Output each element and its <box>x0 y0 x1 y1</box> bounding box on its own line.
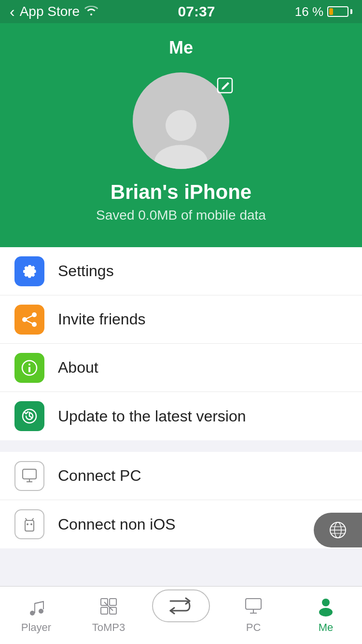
edit-icon[interactable] <box>217 77 234 97</box>
svg-line-30 <box>104 602 113 611</box>
about-label: About <box>58 359 98 377</box>
back-label[interactable]: App Store <box>20 4 80 19</box>
back-chevron[interactable]: ‹ <box>10 3 15 21</box>
player-tab-label: Player <box>21 621 51 634</box>
me-tab-label: Me <box>319 621 334 634</box>
status-time: 07:37 <box>178 3 215 20</box>
status-right: 16 % <box>295 4 352 19</box>
settings-label: Settings <box>58 262 114 280</box>
invite-icon-box <box>14 305 44 335</box>
svg-point-9 <box>28 364 30 365</box>
profile-header: Me Brian's iPhone Saved 0.0MB of mobile … <box>0 23 362 247</box>
update-menu-item[interactable]: Update to the latest version <box>0 392 362 440</box>
svg-rect-12 <box>23 469 36 479</box>
menu-group-1: Settings Invite friends About <box>0 247 362 440</box>
music-icon <box>26 596 47 617</box>
svg-line-25 <box>35 602 43 603</box>
svg-rect-27 <box>110 599 116 605</box>
tab-bar: Player ToMP3 <box>0 586 362 644</box>
wifi-icon <box>84 5 98 18</box>
battery-icon <box>327 6 352 17</box>
connect-pc-label: Connect PC <box>58 467 141 485</box>
svg-rect-28 <box>101 607 108 614</box>
shuffle-icon <box>168 597 194 615</box>
status-left: ‹ App Store <box>10 3 98 21</box>
pc-tab-label: PC <box>246 621 261 634</box>
about-icon-box <box>14 353 44 383</box>
tab-player[interactable]: Player <box>0 594 72 634</box>
connect-pc-menu-item[interactable]: Connect PC <box>0 452 362 500</box>
svg-point-23 <box>30 611 35 616</box>
tab-tomp3[interactable]: ToMP3 <box>72 594 145 634</box>
connect-non-ios-menu-item[interactable]: Connect non iOS <box>0 500 362 548</box>
invite-label: Invite friends <box>58 310 145 328</box>
avatar <box>133 72 229 169</box>
gear-icon <box>21 263 38 280</box>
about-menu-item[interactable]: About <box>0 344 362 392</box>
svg-point-1 <box>154 145 208 169</box>
tab-convert[interactable] <box>145 594 217 622</box>
page-title: Me <box>169 38 193 58</box>
svg-line-6 <box>25 315 34 320</box>
svg-point-34 <box>322 599 330 606</box>
info-icon <box>21 359 38 377</box>
svg-point-35 <box>319 608 333 616</box>
tab-pc[interactable]: PC <box>217 594 290 634</box>
pc-icon <box>243 596 264 617</box>
svg-point-24 <box>39 609 43 614</box>
tab-me[interactable]: Me <box>290 594 362 634</box>
share-icon <box>21 311 38 328</box>
status-bar: ‹ App Store 07:37 16 % <box>0 0 362 23</box>
svg-point-16 <box>27 523 28 525</box>
svg-point-17 <box>30 523 32 525</box>
svg-rect-15 <box>25 520 34 531</box>
svg-point-0 <box>166 110 196 141</box>
avatar-wrapper[interactable] <box>133 72 229 169</box>
connect-pc-icon-box <box>14 461 44 491</box>
saved-data: Saved 0.0MB of mobile data <box>96 208 266 223</box>
globe-icon <box>328 520 348 540</box>
avatar-silhouette <box>152 106 210 169</box>
svg-rect-10 <box>28 367 30 372</box>
connect-non-ios-label: Connect non iOS <box>58 516 176 533</box>
tomp3-tab-label: ToMP3 <box>92 621 125 634</box>
svg-line-7 <box>25 320 34 324</box>
settings-menu-item[interactable]: Settings <box>0 247 362 295</box>
floating-globe-button[interactable] <box>314 513 362 547</box>
tomp3-icon <box>98 596 119 617</box>
me-tab-icon <box>314 594 338 618</box>
player-tab-icon <box>24 594 48 618</box>
menu-group-2: Connect PC Connect non iOS <box>0 452 362 548</box>
pc-tab-icon <box>241 594 265 618</box>
tomp3-tab-icon <box>97 594 121 618</box>
update-icon-box <box>14 401 44 431</box>
connect-android-icon-box <box>14 509 44 539</box>
convert-center-button[interactable] <box>152 589 210 622</box>
device-name: Brian's iPhone <box>111 181 251 204</box>
invite-friends-menu-item[interactable]: Invite friends <box>0 295 362 344</box>
section-gap <box>0 440 362 452</box>
svg-rect-31 <box>246 599 261 609</box>
update-label: Update to the latest version <box>58 407 246 425</box>
settings-icon-box <box>14 256 44 286</box>
battery-percent: 16 % <box>295 4 323 19</box>
android-icon <box>21 516 38 533</box>
monitor-icon <box>21 467 38 485</box>
update-icon <box>21 407 38 425</box>
person-icon <box>315 596 336 617</box>
